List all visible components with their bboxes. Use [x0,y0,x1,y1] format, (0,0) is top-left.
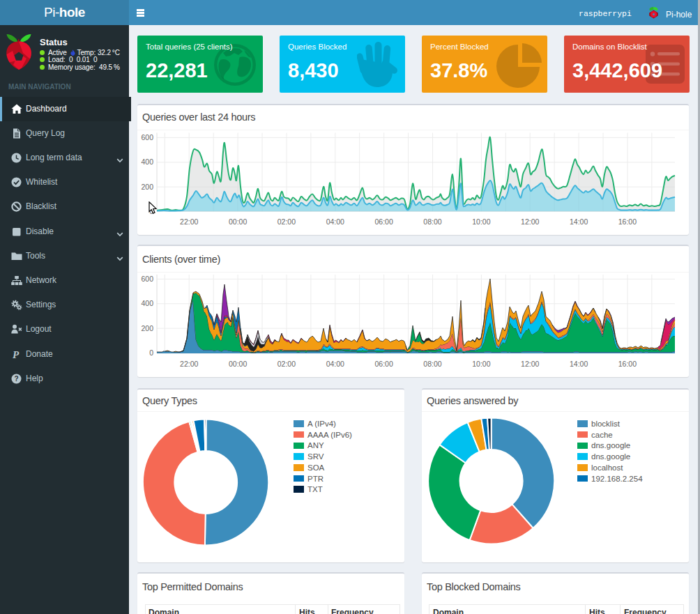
svg-text:22:00: 22:00 [180,360,198,368]
svg-text:22:00: 22:00 [180,217,198,226]
svg-text:08:00: 08:00 [423,217,441,226]
svg-text:600: 600 [141,275,153,283]
svg-text:P: P [13,349,20,360]
svg-text:16:00: 16:00 [618,217,637,226]
svg-text:08:00: 08:00 [423,360,441,368]
svg-text:200: 200 [141,183,153,191]
svg-text:12:00: 12:00 [521,360,539,368]
svg-text:600: 600 [141,133,153,141]
svg-text:06:00: 06:00 [374,360,393,368]
svg-text:0: 0 [149,348,153,357]
svg-text:14:00: 14:00 [570,217,588,226]
svg-text:400: 400 [141,299,153,307]
svg-text:?: ? [14,375,18,383]
svg-text:10:00: 10:00 [472,360,490,368]
svg-text:02:00: 02:00 [277,360,296,368]
svg-text:02:00: 02:00 [277,217,296,226]
svg-text:10:00: 10:00 [472,217,490,226]
svg-text:00:00: 00:00 [229,360,247,368]
svg-text:200: 200 [141,324,153,332]
svg-text:04:00: 04:00 [326,360,344,368]
svg-text:06:00: 06:00 [374,217,393,226]
svg-text:14:00: 14:00 [570,360,588,368]
svg-text:400: 400 [141,158,153,166]
svg-text:00:00: 00:00 [229,217,247,226]
svg-text:12:00: 12:00 [521,217,539,226]
svg-text:04:00: 04:00 [326,217,344,226]
svg-text:16:00: 16:00 [618,360,637,368]
